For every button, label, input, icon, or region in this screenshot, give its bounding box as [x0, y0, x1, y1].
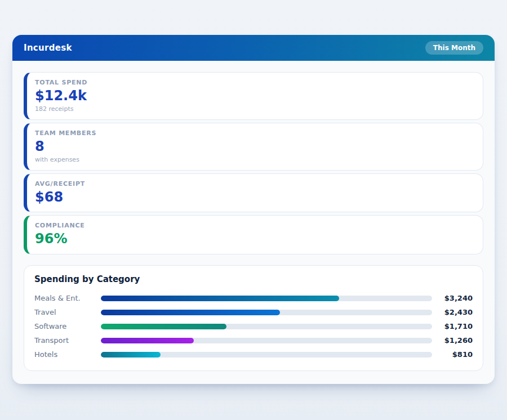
bar-row-software: Software $1,710: [34, 319, 473, 333]
bar-value: $1,260: [432, 336, 473, 345]
bar-track: [101, 352, 432, 358]
bar-track: [101, 324, 432, 329]
stat-label: AVG/RECEIPT: [35, 180, 474, 187]
bar-fill: [101, 310, 280, 315]
bar-fill: [101, 296, 339, 301]
stat-sub: with expenses: [35, 156, 474, 163]
stat-card-avg-receipt: AVG/RECEIPT $68: [24, 173, 483, 213]
bar-row-travel: Travel $2,430: [34, 305, 473, 319]
bar-fill: [101, 352, 161, 358]
spending-by-category-chart: Spending by Category Meals & Ent. $3,240…: [24, 265, 483, 371]
bar-row-transport: Transport $1,260: [34, 333, 473, 347]
bar-track: [101, 338, 432, 343]
bar-value: $1,710: [432, 322, 473, 330]
stat-card-compliance: COMPLIANCE 96%: [24, 215, 483, 254]
bar-label: Transport: [34, 336, 101, 345]
chart-title: Spending by Category: [34, 274, 473, 284]
stat-label: TEAM MEMBERS: [35, 129, 474, 137]
bar-label: Hotels: [34, 350, 101, 359]
app-title: Incurdesk: [24, 43, 72, 53]
bar-value: $3,240: [432, 294, 473, 302]
bar-value: $810: [432, 350, 473, 359]
stat-label: TOTAL SPEND: [35, 79, 474, 86]
period-badge[interactable]: This Month: [425, 41, 483, 55]
stat-value: 96%: [35, 231, 474, 247]
stat-label: COMPLIANCE: [35, 222, 474, 229]
bar-label: Travel: [34, 308, 101, 316]
app-header: Incurdesk This Month: [12, 35, 495, 61]
dashboard-panel: Incurdesk This Month TOTAL SPEND $12.4k …: [12, 35, 495, 384]
stat-sub: 182 receipts: [35, 105, 474, 113]
bar-label: Software: [34, 322, 101, 330]
dashboard-content: TOTAL SPEND $12.4k 182 receipts TEAM MEM…: [12, 61, 495, 384]
stat-value: 8: [35, 138, 474, 155]
bar-row-hotels: Hotels $810: [34, 347, 473, 361]
bar-fill: [101, 338, 194, 343]
stat-value: $12.4k: [35, 88, 474, 104]
bar-label: Meals & Ent.: [34, 294, 101, 302]
bar-value: $2,430: [432, 308, 473, 316]
bar-fill: [101, 324, 226, 329]
bar-track: [101, 296, 432, 301]
bar-track: [101, 310, 432, 315]
bar-row-meals: Meals & Ent. $3,240: [34, 291, 473, 305]
stat-card-total-spend: TOTAL SPEND $12.4k 182 receipts: [24, 72, 483, 120]
stat-value: $68: [35, 189, 474, 205]
stat-card-team-members: TEAM MEMBERS 8 with expenses: [24, 123, 483, 171]
